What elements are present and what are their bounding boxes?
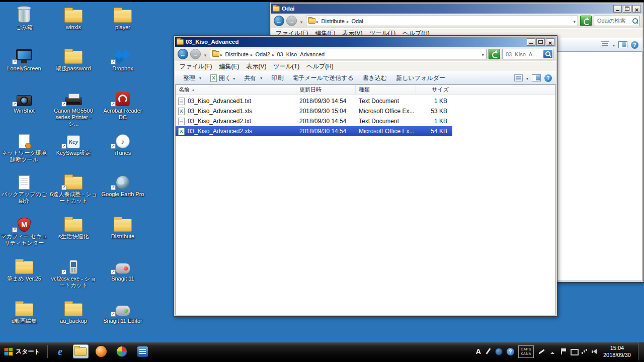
file-row[interactable]: 03_Kiso_Advanced1.txt 2018/09/30 14:54 T…	[176, 96, 452, 106]
address-bar[interactable]: Distribute Odai2 03_Kiso_Advanced	[210, 49, 487, 59]
desktop-icon-recycle-bin[interactable]: ごみ箱	[1, 3, 48, 31]
titlebar[interactable]: Odai	[271, 4, 642, 14]
explorer-taskbar-button[interactable]	[73, 344, 89, 358]
forward-button[interactable]	[286, 16, 297, 26]
share-button[interactable]: 共有	[240, 73, 266, 83]
views-dropdown[interactable]	[613, 41, 615, 48]
email-button[interactable]: 電子メールで送信する	[288, 73, 357, 83]
address-dropdown[interactable]	[573, 18, 576, 24]
file-row-selected[interactable]: 03_Kiso_Advanced2.xls 2018/09/30 14:54 M…	[176, 126, 452, 136]
print-button[interactable]: 印刷	[267, 73, 287, 83]
recent-pages-dropdown[interactable]	[203, 50, 208, 59]
preview-pane-icon[interactable]	[618, 41, 627, 48]
desktop-icon-seikatsu[interactable]: s生活快適化	[50, 212, 97, 240]
network-icon[interactable]	[581, 348, 588, 355]
open-button[interactable]: 開く	[206, 73, 239, 83]
breadcrumb-item[interactable]: Distribute	[219, 51, 250, 57]
refresh-button[interactable]	[580, 16, 592, 26]
caps-kana-indicator[interactable]: CAPS KANA	[518, 345, 534, 358]
desktop-icon-dropbox[interactable]: Dropbox	[99, 44, 146, 72]
forward-button[interactable]	[190, 49, 201, 59]
search-box[interactable]: 03_Kiso_A...	[502, 49, 553, 59]
volume-icon[interactable]	[592, 348, 598, 355]
breadcrumb-item[interactable]: 03_Kiso_Advanced	[271, 51, 326, 57]
menu-tools[interactable]: ツール(T)	[270, 62, 303, 71]
back-button[interactable]	[274, 16, 284, 26]
menu-view[interactable]: 表示(V)	[243, 62, 270, 71]
desktop-icon-backup-intro[interactable]: バックアップのご紹介	[1, 170, 48, 204]
action-center-flag-icon[interactable]	[560, 348, 567, 355]
shortcut-arrow-icon	[12, 59, 17, 64]
address-bar[interactable]: Distribute Odai	[306, 16, 578, 26]
desktop-icon-password[interactable]: 取扱password	[50, 44, 97, 72]
desktop-icon-snagit-editor[interactable]: Snagit 11 Editor	[99, 297, 146, 324]
desktop-icon-network-tool[interactable]: ネットワーク環境診断ツール	[1, 129, 48, 163]
help-icon[interactable]	[631, 41, 638, 49]
clock[interactable]: 15:04 2018/09/30	[603, 344, 631, 359]
preview-pane-icon[interactable]	[532, 74, 541, 81]
tray-app-icon[interactable]	[495, 348, 503, 355]
help-tray-icon[interactable]	[507, 348, 514, 355]
player-app-taskbar-button[interactable]	[114, 344, 130, 358]
ime-pen-icon[interactable]	[485, 348, 491, 355]
minimize-button[interactable]	[613, 5, 622, 13]
start-button[interactable]: スタート	[0, 342, 45, 360]
views-icon[interactable]	[601, 41, 609, 48]
media-app-taskbar-button[interactable]	[94, 344, 109, 358]
maximize-button[interactable]	[536, 38, 545, 46]
minimize-button[interactable]	[527, 38, 535, 46]
maximize-button[interactable]	[623, 5, 631, 13]
ie-taskbar-button[interactable]	[52, 344, 68, 358]
desktop-icon-vcf2csv[interactable]: vcf2csv.exe - ショートカット	[50, 254, 97, 289]
menu-help[interactable]: ヘルプ(H)	[303, 62, 337, 71]
column-header-name[interactable]: 名前	[176, 85, 296, 94]
organize-button[interactable]: 整理	[179, 73, 205, 83]
desktop-icon-google-earth[interactable]: Google Earth Pro	[99, 170, 146, 198]
views-icon[interactable]	[514, 74, 523, 81]
help-icon[interactable]	[544, 74, 552, 82]
desktop-icon-winshot[interactable]: WinShot	[1, 86, 48, 114]
desktop-icon-au-backup[interactable]: au_backup	[50, 297, 97, 324]
menu-file[interactable]: ファイル(F)	[176, 62, 215, 71]
column-header-type[interactable]: 種類	[356, 85, 416, 94]
burn-button[interactable]: 書き込む	[359, 73, 391, 83]
desktop-icon-player[interactable]: player	[99, 3, 146, 31]
column-header-size[interactable]: サイズ	[416, 85, 452, 94]
desktop-icon-mcafee[interactable]: マカフィー セキュリティセンター	[1, 212, 48, 246]
search-box[interactable]: Odaiの検索	[594, 16, 640, 26]
hidden-icons-chevron[interactable]	[549, 348, 556, 355]
desktop-icon-keyswap[interactable]: KeySwap設定	[50, 129, 97, 156]
editor-app-taskbar-button[interactable]	[135, 344, 150, 358]
refresh-button[interactable]	[489, 49, 500, 59]
column-header-date[interactable]: 更新日時	[296, 85, 356, 94]
close-button[interactable]	[546, 38, 554, 46]
desktop-icon-tatsujin[interactable]: 6達人養成塾 - ショートカット	[50, 170, 97, 204]
back-button[interactable]	[178, 49, 188, 59]
recent-pages-dropdown[interactable]	[299, 17, 304, 26]
desktop-icon-acrobat[interactable]: Acrobat Reader DC	[99, 86, 146, 121]
desktop-icon-video-edit[interactable]: d動画編集	[1, 297, 48, 324]
breadcrumb-item[interactable]: Distribute	[315, 18, 346, 24]
desktop-icon-itunes[interactable]: iTunes	[99, 129, 146, 156]
show-desktop-button[interactable]	[638, 342, 644, 360]
new-folder-button[interactable]: 新しいフォルダー	[392, 73, 449, 83]
views-dropdown[interactable]	[526, 74, 528, 81]
menu-edit[interactable]: 編集(E)	[215, 62, 243, 71]
file-row[interactable]: 03_Kiso_Advanced1.xls 2018/09/30 15:04 M…	[176, 106, 452, 116]
ime-mode-indicator[interactable]: A	[476, 347, 481, 355]
display-icon[interactable]	[571, 348, 577, 355]
desktop-icon-distribute[interactable]: Distribute	[99, 212, 146, 240]
desktop-icon-fudemame[interactable]: 筆まめ Ver.25	[1, 254, 48, 282]
desktop-icon-winxls[interactable]: winxls	[50, 3, 97, 31]
breadcrumb-item[interactable]: Odai2	[250, 51, 271, 57]
desktop-icon-snagit[interactable]: Snagit 11	[99, 254, 146, 282]
breadcrumb-item[interactable]: Odai	[346, 18, 364, 24]
titlebar[interactable]: 03_Kiso_Advanced	[175, 37, 556, 47]
file-row[interactable]: 03_Kiso_Advanced2.txt 2018/09/30 14:54 T…	[176, 116, 452, 126]
close-button[interactable]	[632, 5, 641, 13]
search-button[interactable]	[543, 50, 552, 58]
pencil-icon[interactable]	[538, 348, 545, 355]
address-dropdown[interactable]	[481, 51, 484, 57]
desktop-icon-canon-printer[interactable]: Canon MG5500 series Printer - シ...	[50, 86, 97, 128]
desktop-icon-lonelyscreen[interactable]: LonelyScreen	[1, 44, 48, 72]
